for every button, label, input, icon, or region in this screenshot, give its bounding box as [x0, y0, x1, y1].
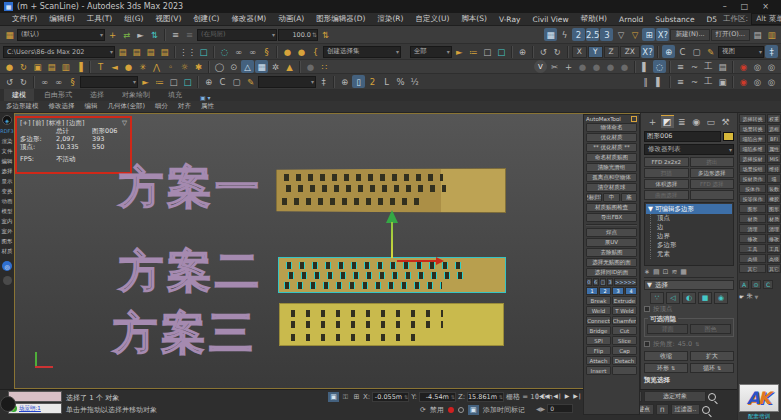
modify-tab[interactable]: ◩ [661, 115, 674, 128]
utilities-tab[interactable]: ⚒ [719, 115, 732, 128]
marquee-icon[interactable]: □ [197, 45, 210, 58]
pin-stack-icon[interactable]: ∗ [644, 268, 650, 276]
by-vertex-checkbox[interactable] [644, 306, 650, 312]
clamp-icon[interactable]: 工 [702, 75, 715, 88]
hand-icon[interactable]: ✲ [269, 60, 282, 73]
funnel-icon[interactable]: ▽ [122, 119, 127, 127]
gizmo-x-arrow[interactable] [397, 260, 437, 262]
selection-lock-icon[interactable]: ⚿ [341, 392, 350, 402]
right-strip-button[interactable]: 清理 [739, 224, 766, 233]
ring-button[interactable]: 环形⇅ [644, 363, 688, 373]
autotool-button[interactable]: 去除贴图 [586, 248, 637, 257]
autotool-mini-toggle[interactable]: 3 [607, 278, 613, 286]
right-strip-button[interactable]: 修改 [739, 234, 766, 243]
add-to-layer-icon[interactable]: ⇄ [120, 28, 133, 41]
modifier-preset-button[interactable]: FFD 2x2x2 [644, 157, 689, 167]
toolbar-item[interactable] [333, 76, 335, 88]
right-strip-button[interactable]: 工具 [767, 244, 781, 253]
rotate-icon[interactable]: C [676, 45, 689, 58]
right-strip-button[interactable]: 维持 [767, 164, 781, 173]
toolbar-item[interactable] [174, 46, 176, 58]
menu-item[interactable]: 编辑(E) [43, 14, 81, 24]
autotool-button[interactable]: Extrude [612, 296, 637, 305]
right-strip-button[interactable]: 高级 [739, 254, 766, 263]
autotool-button[interactable]: Chamfer [612, 316, 637, 325]
view-combo[interactable]: 视图 [718, 46, 764, 58]
autotool-button[interactable]: 优化材质 [586, 133, 637, 142]
toolbar-item[interactable] [567, 46, 569, 58]
ribbon-panel-label[interactable]: 细分 [155, 102, 168, 111]
ring1-icon[interactable]: ◎ [751, 60, 764, 73]
dot1-icon[interactable]: ● [576, 60, 589, 73]
right-strip-button[interactable]: 材质 [739, 214, 766, 223]
ribbon-tab[interactable]: 对象绘制 [114, 89, 158, 101]
toolbar-item[interactable] [197, 76, 199, 88]
selection-set-combo[interactable]: 创建选择集 [323, 46, 401, 58]
set2-combo[interactable] [80, 76, 138, 88]
autotool-button[interactable]: Insert [586, 366, 611, 375]
shrink-button[interactable]: 收缩 [644, 351, 688, 361]
export-icon[interactable]: ▤ [130, 45, 143, 58]
ribbon-tab[interactable]: 建模 [4, 89, 34, 101]
link-icon[interactable]: ∞ [232, 45, 245, 58]
stack-root-label[interactable]: 可编辑多边形 [655, 205, 694, 214]
autotool-button[interactable]: 命名材质贴图 [586, 153, 637, 162]
grow-button[interactable]: 扩大 [690, 351, 734, 361]
sun-icon[interactable]: ☼ [178, 60, 191, 73]
stack-icon[interactable]: ≡ [169, 28, 182, 41]
snap-25d-icon[interactable]: 2.5 [586, 28, 600, 41]
building-model-2-selected[interactable] [278, 257, 506, 293]
right-strip-button[interactable]: 按等保作 [739, 194, 766, 203]
toolbar-item[interactable] [33, 76, 35, 88]
by-angle-spinner[interactable]: ⇅ [695, 341, 699, 347]
right-strip-button[interactable]: 橡胶 [767, 194, 781, 203]
rect-region-icon[interactable]: □ [481, 45, 494, 58]
right-strip-nav-button[interactable]: A [739, 280, 749, 289]
building-model-1[interactable] [276, 168, 506, 213]
left-bar-item[interactable]: 显示 [2, 177, 13, 183]
snap-2d-icon[interactable]: 2 [572, 28, 585, 41]
autotool-mini-toggle[interactable]: 6 [593, 278, 599, 286]
left-bar-item[interactable]: 文件 [2, 147, 13, 153]
show-end-result-icon[interactable]: ▤ [653, 268, 660, 276]
percent-icon[interactable]: % [394, 75, 407, 88]
left-bar-item[interactable]: 材质 [2, 247, 13, 253]
stack-subobject-row[interactable]: 边界 [650, 232, 732, 241]
z-coordinate-field[interactable]: 15.861m [467, 392, 504, 402]
record2-icon[interactable]: ◉ [737, 75, 750, 88]
right-strip-button[interactable]: 材质 [767, 214, 781, 223]
key-filter-combo[interactable]: 选定对象 [644, 391, 706, 402]
teapot-render-icon[interactable]: ● [3, 60, 16, 73]
ribbon-tab[interactable]: 填充 [160, 89, 190, 101]
modifier-preset-button[interactable]: 多边形选择 [690, 168, 735, 178]
tlight-icon[interactable]: T [94, 60, 107, 73]
toolbar-item[interactable] [164, 29, 166, 41]
layer-explorer-icon[interactable]: ≡ [674, 60, 687, 73]
xref-icon[interactable]: X? [656, 28, 669, 41]
record-dot-icon[interactable] [448, 407, 454, 413]
ribbon-panel-label[interactable]: 几何体(全部) [108, 102, 146, 111]
toolbar-item[interactable] [213, 46, 215, 58]
stack-subobject-row[interactable]: 多边形 [650, 241, 732, 250]
book-icon[interactable]: ▤ [45, 60, 58, 73]
mirror-icon[interactable]: ▌ [639, 60, 652, 73]
left-bar-item[interactable]: 室外 [2, 227, 13, 233]
bind-icon[interactable]: § [260, 45, 273, 58]
loop-button[interactable]: 循环⇅ [690, 363, 734, 373]
angle-snap-icon[interactable]: ▽ [614, 28, 627, 41]
ribbon-tab[interactable]: 选择 [82, 89, 112, 101]
autotool-button[interactable]: 展UV [586, 238, 637, 247]
toolbar-item[interactable] [732, 76, 734, 88]
right-strip-button[interactable]: 图形 [739, 204, 766, 213]
brace-icon[interactable]: { [309, 45, 322, 58]
ribbon-panel-label[interactable]: 多边形建模 [6, 102, 39, 111]
gray-sphere-icon[interactable]: ● [304, 60, 317, 73]
stack-subobject-row[interactable]: 顶点 [650, 214, 732, 223]
unlink-icon[interactable]: ∞ [246, 45, 259, 58]
named-layer-combo[interactable]: (在局层) [197, 29, 277, 41]
droplet-icon[interactable]: ◦ [164, 60, 177, 73]
left-bar-item[interactable]: 室内 [2, 217, 13, 223]
menu-item[interactable]: Substance [649, 15, 700, 24]
axis-x-button[interactable]: X [572, 46, 587, 58]
menu-item[interactable]: 文件(F) [6, 14, 43, 24]
